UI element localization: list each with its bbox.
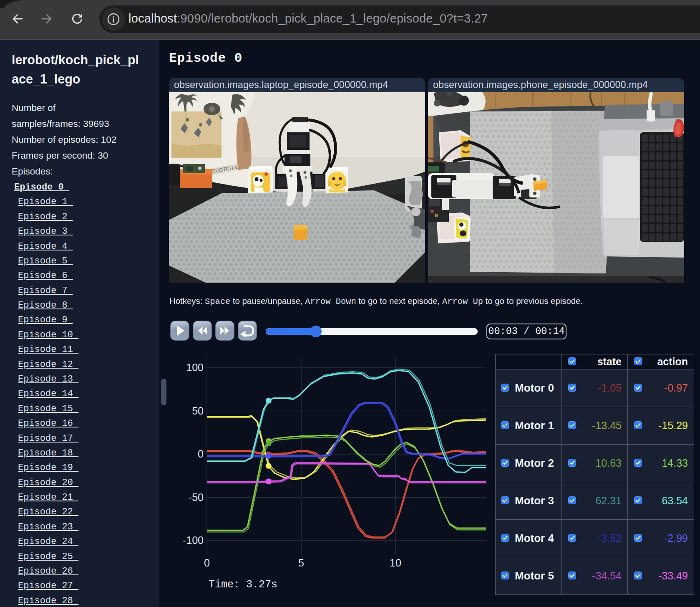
svg-text:Time: 3.27s: Time: 3.27s <box>209 579 277 591</box>
svg-text:100: 100 <box>186 362 204 373</box>
svg-text:-50: -50 <box>189 491 204 503</box>
svg-text:50: 50 <box>192 405 204 417</box>
svg-text:5: 5 <box>298 557 304 569</box>
svg-text:10: 10 <box>390 557 401 569</box>
svg-text:-100: -100 <box>183 534 204 546</box>
svg-text:0: 0 <box>198 448 204 460</box>
svg-text:0: 0 <box>204 557 210 569</box>
